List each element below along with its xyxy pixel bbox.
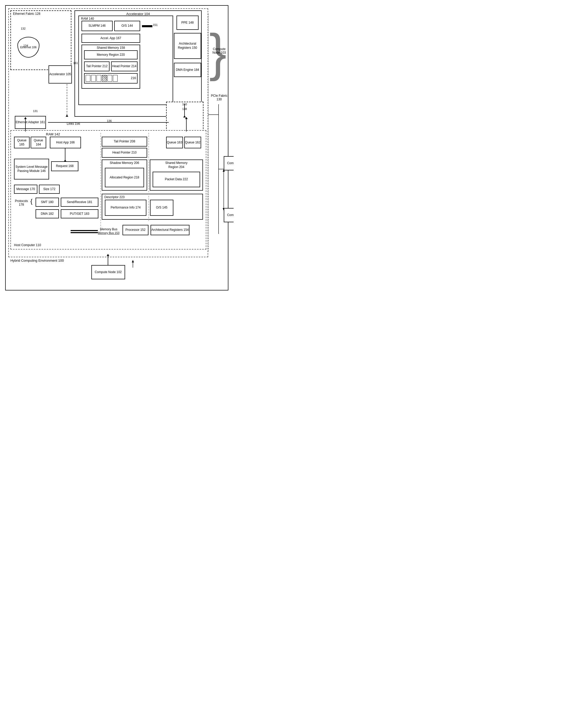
host-app-label: Host App 166 [56,141,75,145]
os-145-box: O/S 145 [150,200,174,216]
compute-node-102-right-bottom-box: Compute Node 102 [224,208,234,222]
packet-data-222-label: Packet Data 222 [165,177,188,181]
memory-region-220-label: Memory Region 220 [97,53,125,57]
dma-182-box: DMA 182 [35,209,59,219]
allocated-region-218-label: Allocated Region 218 [110,176,139,180]
arrow-136-line [48,122,169,123]
arrow-accel-down-head [66,115,68,117]
message-170-label: Message 170 [16,187,35,191]
arrow-eth-up [25,117,26,132]
queue-164-box: Queue 164 [31,137,46,148]
shared-memory-158-label: Shared Memory 158 [97,46,125,50]
ref-216-label: 216 [131,76,136,81]
ref-132-label: 132 [21,27,25,30]
arrow-bottom-up-head [107,254,109,256]
progress-bar-216-box: 216 [84,73,137,84]
arch-reg-154-label: Architectural Registers 154 [151,228,189,232]
arch-reg-150-box: Architectural Registers 150 [174,33,201,59]
ram-142-label: RAM 142 [46,132,60,136]
ref-151-label: 151 [153,23,157,26]
performance-info-174-label: Performance Info 174 [111,206,140,210]
memory-bus-line2 [71,232,98,233]
memory-bus-153-label: Memory BusMemory Bus 153 [98,228,119,235]
processor-152-label: Processor 152 [125,228,145,232]
dma-engine-box: DMA Engine 184 [174,63,201,77]
head-pointer-210-box: Head Pointer 210 [102,148,147,158]
ppe-label: PPE 148 [182,21,194,25]
vert-sep-1 [100,133,101,231]
diagram-container: Accelerator 104 RAM 140 SLMPM 146 O/S 14… [5,5,228,290]
queue-165-label: Queue 165 [14,139,29,147]
performance-info-174-box: Performance Info 174 [105,200,146,216]
ref-161-label: 161 [73,61,78,64]
put-get-183-label: PUT/GET 183 [70,212,89,216]
ethernet-adapter-box: Ethernet Adapter 161 [15,116,46,129]
accel-app-box: Accel. App 167 [82,34,140,43]
dma-engine-label: DMA Engine 184 [176,68,199,72]
queue-163-label: Queue 163 [167,141,182,145]
accelerator-105-label: Accelerator 105 [49,72,71,77]
arrow-pcie-up [186,117,187,132]
memory-bus-line [71,230,98,231]
descriptor-223-label: Descriptor 223 [104,195,125,199]
arrow-eth-up-head [24,117,27,119]
arch-reg-150-label: Architectural Registers 150 [175,42,201,50]
hybrid-env-label: Hybrid Computing Environment 100 [10,259,64,263]
tail-pointer-212-label: Tail Pointer 212 [86,64,108,68]
arrow-accel-down [67,84,67,115]
shared-memory-region-204-label: Shared Memory Region 204 [163,161,190,169]
send-receive-181-label: Send/Receive 181 [67,200,92,204]
protocols-178-label: Protocols 178 [13,199,30,206]
dma-182-label: DMA 182 [41,212,53,216]
tail-pointer-208-label: Tail Pointer 208 [114,140,135,144]
allocated-region-218-box: Allocated Region 218 [105,168,144,187]
request-168-box: Request 168 [51,161,78,171]
arrow-138-head [183,115,186,118]
put-get-183-box: PUT/GET 183 [61,209,98,219]
compute-node-102-right-top-box: Compute Node 102 [224,156,234,170]
queue-163-box: Queue 163 [166,137,183,148]
queue-164-label: Queue 164 [31,139,46,147]
shadow-memory-206-label: Shadow Memory 206 [110,161,139,165]
size-172-box: Size 172 [39,185,60,194]
ethernet-fabric-label: Ethernet Fabric 128 [13,12,40,16]
arrow-138 [184,104,185,116]
queue-165-box: Queue 165 [14,137,30,148]
queue-162-label: Queue 162 [185,141,200,145]
ref-131-label: 131 [33,110,38,113]
pcie-fabric-label: PCIe Fabric 130 [211,94,228,101]
arrow-host-app-down-head [64,159,67,162]
compute-node-102-bottom-label: Compute Node 102 [95,270,122,274]
smt-180-box: SMT 180 [35,198,59,207]
ppe-box: PPE 148 [177,16,199,30]
ethernet-adapter-label: Ethernet Adapter 161 [16,120,45,125]
tail-pointer-208-box: Tail Pointer 208 [102,137,147,147]
os-144-box: O/S 144 [114,21,140,31]
compute-node-102-right-top-label: Compute Node 102 [227,161,234,165]
compute-node-102-right-bottom-label: Compute Node 102 [227,213,234,217]
accel-app-label: Accel. App 167 [100,36,121,40]
arrow-host-app-down [65,148,66,160]
protocols-brace: { [30,198,32,205]
slmpm-146-host-label: System Level Message Passing Module 146 [14,165,48,173]
queue-162-box: Queue 162 [184,137,201,148]
host-computer-label: Host Computer 110 [14,243,41,248]
head-pointer-214-box: Head Pointer 214 [111,61,137,71]
arch-reg-154-box: Architectural Registers 154 [150,225,190,235]
request-168-label: Request 168 [56,164,74,168]
os-145-label: O/S 145 [156,206,167,210]
svg-marker-26 [132,260,134,263]
head-pointer-210-label: Head Pointer 210 [112,151,136,155]
send-receive-181-box: Send/Receive 181 [61,198,98,207]
slmpm-146-host-box: System Level Message Passing Module 146 [14,159,49,179]
compute-node-103-brace: } [209,26,227,78]
processor-152-box: Processor 152 [122,225,148,235]
slmpm-label: SLMPM 146 [89,24,106,28]
compute-node-102-bottom-box: Compute Node 102 [91,265,125,279]
vert-sep-2 [148,133,149,221]
tail-pointer-212-box: Tail Pointer 212 [84,61,110,71]
memory-region-220-box: Memory Region 220 [84,50,137,59]
ref-151-line [142,25,152,27]
os-144-label: O/S 144 [121,24,133,28]
accelerator-105-box: Accelerator 105 [48,65,72,84]
